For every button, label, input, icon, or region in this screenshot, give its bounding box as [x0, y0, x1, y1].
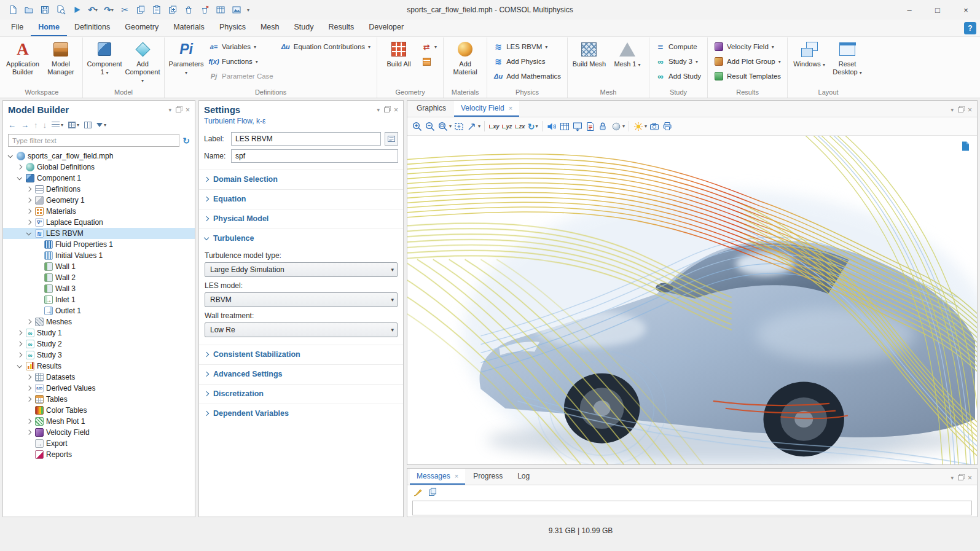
close-panel-icon[interactable]: × [394, 107, 398, 113]
new-file-icon[interactable] [7, 4, 18, 15]
panel-menu-caret-icon[interactable]: ▾ [951, 107, 954, 113]
tree-item-export[interactable]: →Export [3, 438, 195, 449]
build-all-button[interactable]: Build All [380, 37, 417, 82]
model-manager-button[interactable]: Model Manager [42, 37, 79, 82]
study-3-button[interactable]: ∞ Study 3 ▾ [653, 55, 704, 68]
tree-item-datasets[interactable]: Datasets [3, 372, 195, 383]
export-image-icon[interactable] [571, 120, 584, 133]
tree-item-color-tables[interactable]: Color Tables [3, 405, 195, 416]
help-button[interactable]: ? [964, 22, 976, 34]
expander-icon[interactable] [16, 351, 23, 359]
expander-icon[interactable] [25, 208, 33, 215]
section-domain-selection[interactable]: Domain Selection [199, 170, 403, 188]
float-panel-icon[interactable] [958, 107, 963, 112]
tree-item-wall-1[interactable]: Wall 1 [3, 261, 195, 272]
tree-item-reports[interactable]: Reports [3, 449, 195, 460]
run-icon[interactable] [71, 4, 82, 15]
view-zx-button[interactable]: zx [514, 120, 526, 133]
add-material-button[interactable]: Add Material [447, 37, 484, 82]
preview-icon[interactable] [55, 4, 66, 15]
tree-item-results[interactable]: Results [3, 361, 195, 372]
rename-label-button[interactable] [385, 132, 398, 146]
tree-item-study-2[interactable]: ∞Study 2 [3, 338, 195, 350]
tree-item-study-1[interactable]: ∞Study 1 [3, 327, 195, 338]
tab-progress[interactable]: Progress [466, 469, 509, 485]
zoom-extents-icon[interactable] [453, 120, 465, 133]
minimize-button[interactable]: – [895, 0, 923, 20]
add-study-button[interactable]: ∞ Add Study [653, 69, 704, 83]
material-rendering-icon[interactable]: ▾ [610, 120, 625, 133]
name-input[interactable] [231, 149, 398, 163]
physics-interface-dropdown[interactable]: ≋ LES RBVM ▾ [490, 40, 564, 53]
filter-input[interactable] [8, 134, 179, 147]
close-panel-icon[interactable]: × [186, 107, 190, 113]
copy-messages-icon[interactable] [428, 487, 437, 499]
parameters-button[interactable]: Pi Parameters ▾ [168, 37, 205, 82]
float-panel-icon[interactable] [958, 475, 963, 480]
tree-item-derived-values[interactable]: 8,85Derived Values [3, 383, 195, 394]
float-panel-icon[interactable] [176, 107, 181, 112]
tree-item-materials[interactable]: Materials [3, 206, 195, 217]
equation-contributions-button[interactable]: Δu Equation Contributions ▾ [278, 40, 374, 53]
move-down-icon[interactable]: ↓ [43, 120, 47, 130]
qat-customize-caret-icon[interactable]: ▾ [247, 7, 249, 13]
redo-icon[interactable]: ↷▾ [103, 4, 114, 15]
maximize-button[interactable]: □ [923, 0, 952, 20]
duplicate-icon[interactable] [167, 4, 178, 15]
tree-item-global-definitions[interactable]: Global Definitions [3, 162, 195, 173]
table-window-icon[interactable] [215, 4, 226, 15]
expander-icon[interactable] [25, 418, 33, 425]
refresh-filter-icon[interactable]: ↻ [182, 136, 190, 146]
expander-icon[interactable] [25, 429, 33, 436]
refresh-view-icon[interactable]: ↻▾ [527, 120, 539, 133]
tree-item-geometry-1[interactable]: Geometry 1 [3, 195, 195, 206]
messages-output[interactable] [412, 501, 972, 515]
close-tab-icon[interactable]: × [455, 472, 458, 480]
scene-light-icon[interactable]: ▾ [632, 120, 648, 133]
add-mathematics-button[interactable]: Δu Add Mathematics [490, 69, 564, 83]
tab-velocity-field[interactable]: Velocity Field× [454, 101, 519, 117]
expander-icon[interactable] [7, 152, 14, 160]
columns-icon[interactable] [84, 122, 92, 128]
windows-button[interactable]: Windows ▾ [791, 37, 828, 82]
undo-caret-icon[interactable]: ▾ [95, 7, 98, 13]
zoom-out-icon[interactable] [424, 120, 436, 133]
wall-treatment-select[interactable]: Low Re▾ [205, 322, 398, 337]
tab-geometry[interactable]: Geometry [117, 20, 166, 36]
tree-item-wall-3[interactable]: Wall 3 [3, 283, 195, 294]
panel-menu-caret-icon[interactable]: ▾ [377, 107, 380, 113]
report-icon[interactable] [584, 120, 597, 133]
add-plot-group-button[interactable]: Add Plot Group ▾ [711, 55, 784, 68]
section-discretization[interactable]: Discretization [199, 384, 403, 402]
tab-physics[interactable]: Physics [212, 20, 253, 36]
lock-view-icon[interactable] [597, 120, 610, 133]
tab-graphics[interactable]: Graphics [410, 101, 453, 117]
section-dependent-variables[interactable]: Dependent Variables [199, 404, 403, 422]
mesh-1-button[interactable]: Mesh 1 ▾ [609, 37, 646, 82]
component-1-button[interactable]: Component 1 ▾ [86, 37, 123, 82]
expander-icon[interactable] [25, 373, 33, 381]
expander-icon[interactable] [25, 197, 33, 204]
result-templates-button[interactable]: Result Templates [711, 69, 784, 83]
expander-icon[interactable] [16, 362, 23, 370]
panel-menu-caret-icon[interactable]: ▾ [951, 475, 954, 481]
expander-icon[interactable] [25, 396, 33, 403]
velocity-field-button[interactable]: Velocity Field ▾ [711, 40, 784, 53]
tree-item-root[interactable]: sports_car_flow_field.mph [3, 150, 195, 162]
cut-icon[interactable]: ✂ [119, 4, 130, 15]
build-mesh-button[interactable]: Build Mesh [571, 37, 608, 82]
section-turbulence[interactable]: Turbulence [199, 229, 403, 247]
plot-document-icon[interactable] [960, 141, 971, 154]
nav-back-icon[interactable]: ← [8, 120, 16, 130]
turbulence-model-type-select[interactable]: Large Eddy Simulation▾ [205, 262, 398, 277]
tree-item-initial-values-1[interactable]: Initial Values 1 [3, 250, 195, 261]
tree-item-les-rbvm[interactable]: ≋LES RBVM [3, 228, 195, 239]
tree-item-meshes[interactable]: Meshes [3, 316, 195, 327]
move-up-icon[interactable]: ↑ [34, 120, 38, 130]
go-to-view-icon[interactable]: ▾ [466, 120, 481, 133]
tree-item-component-1[interactable]: Component 1 [3, 173, 195, 184]
label-input[interactable] [231, 132, 381, 146]
expander-icon[interactable] [16, 329, 23, 337]
expander-icon[interactable] [16, 340, 23, 348]
save-icon[interactable] [39, 4, 50, 15]
